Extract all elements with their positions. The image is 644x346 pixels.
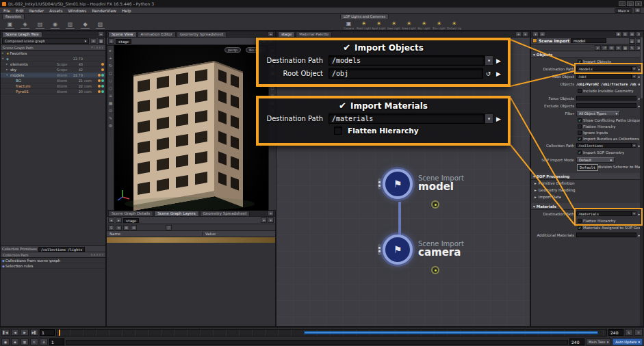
node-flags[interactable] [378, 244, 381, 255]
shelf-tool-icon[interactable]: ◈ [18, 20, 32, 30]
back-icon[interactable]: ◂ [108, 217, 114, 223]
current-frame-field[interactable]: 1 [40, 329, 55, 336]
node-flags[interactable] [378, 178, 381, 189]
checkbox[interactable] [578, 124, 582, 129]
gear-icon[interactable]: ⚙ [622, 31, 628, 37]
spreadsheet-path-field[interactable]: stage [123, 218, 139, 223]
checkbox[interactable]: ✓ [578, 226, 582, 230]
lop-path-field[interactable]: stage [116, 39, 131, 44]
desktop-add-icon[interactable]: ⊞ [634, 8, 641, 13]
reset-icon[interactable]: ↺ [483, 70, 493, 77]
chevron-down-icon[interactable]: ▾ [532, 31, 539, 37]
menu-help[interactable]: Help [122, 8, 131, 13]
tree-row-models[interactable]: ▾modelsXform22.79 [1, 72, 105, 78]
move-tool-icon[interactable]: + [109, 55, 112, 60]
keyframe-icon[interactable]: K [30, 338, 38, 345]
text-field[interactable]: /models [576, 66, 632, 71]
gear-icon[interactable]: ⚙ [608, 45, 615, 51]
play-button[interactable]: ▶ [21, 329, 29, 336]
chevron-down-icon[interactable]: ▾ [522, 31, 528, 37]
sop-import-mode-menu[interactable]: Default▾ [576, 157, 615, 163]
timeline-ruler[interactable] [56, 329, 607, 336]
target-icon[interactable]: ⊙ [109, 108, 112, 113]
maximize-button[interactable]: ▢ [627, 1, 634, 6]
tab-scene-graph-layers[interactable]: Scene Graph Layers [154, 211, 198, 216]
playbar-options-icon[interactable]: ≡ [634, 329, 643, 336]
menu-render[interactable]: Render [29, 8, 44, 13]
take-selector[interactable]: Main Take▾ [586, 338, 611, 345]
shelf-tool-area-light[interactable]: ☀Area Light [402, 20, 416, 30]
node-scene-import-model[interactable]: ⚑ Scene Import model [378, 169, 464, 199]
home-icon[interactable]: ⌂ [108, 38, 114, 44]
fold-primitive-definition[interactable]: ▸Primitive Definition [531, 180, 643, 187]
add-icon[interactable]: + [261, 217, 267, 223]
checkbox[interactable] [578, 89, 582, 93]
list-icon[interactable]: ≡ [116, 225, 122, 230]
minimize-button[interactable]: – [619, 1, 626, 6]
close-button[interactable]: ✕ [635, 1, 642, 6]
shelf-tool-distant-light[interactable]: ☀Distant Light [447, 20, 461, 30]
new-tab-icon[interactable]: + [515, 31, 521, 37]
filter-icon[interactable]: ▽ [166, 225, 172, 230]
desktop-selector[interactable]: Main ▾ [615, 8, 632, 13]
grid-icon[interactable]: ▦ [109, 101, 113, 105]
menu-windows[interactable]: Windows [68, 8, 87, 13]
tree-row-root[interactable]: ▾◈22.79 [1, 56, 105, 62]
tab-scene-graph-details[interactable]: Scene Graph Details [108, 211, 153, 216]
jump-end-button[interactable]: ▶▌ [30, 329, 38, 336]
filter-menu[interactable]: All Object Types▾ [576, 111, 620, 116]
checkbox[interactable]: ✓ [578, 118, 582, 122]
list-icon[interactable]: ≡ [539, 31, 545, 37]
section-materials[interactable]: ▾Materials [531, 203, 643, 210]
select-tool-icon[interactable]: ▸ [110, 48, 112, 53]
dropdown-arrow-icon[interactable]: ▾ [632, 211, 636, 216]
node-chooser-icon[interactable]: ▶ [493, 70, 504, 77]
viewport-3d[interactable]: persp No cam [114, 45, 268, 211]
shelf-tool-icon[interactable]: ◉ [48, 20, 62, 30]
node-chooser-icon[interactable]: ▶ [493, 57, 504, 64]
dropdown-arrow-icon[interactable]: ▾ [632, 143, 636, 148]
text-field[interactable]: /materials [576, 211, 632, 216]
checkbox[interactable]: ✓ [578, 59, 582, 64]
collection-row[interactable]: ◆Selection rules [1, 263, 105, 269]
global-range-slider[interactable] [66, 340, 568, 345]
shelf-tab-favorites[interactable]: Favorites [2, 14, 25, 19]
shelf-tool-icon[interactable]: ▣ [3, 20, 17, 30]
handles-icon[interactable]: ◇ [109, 78, 112, 83]
text-field[interactable]: /obj [576, 74, 632, 79]
rotate-tool-icon[interactable]: ↻ [109, 63, 112, 68]
pen-icon[interactable]: ✎ [629, 45, 635, 51]
objects-value[interactable]: /obj/Pyro02 /obj/fracture /obj/BG [576, 82, 636, 86]
shelf-tool-icon[interactable]: ▥ [63, 20, 77, 30]
node-scene-import-camera[interactable]: ⚑ Scene Import camera [378, 235, 464, 265]
pen-icon[interactable]: ✎ [109, 116, 112, 120]
menu-renderview[interactable]: RenderView [92, 8, 116, 13]
collection-primitives-value[interactable]: /collections /lights [38, 247, 85, 252]
tree-row-sky[interactable]: ▸skyScope42 [1, 67, 105, 72]
list-icon[interactable]: ≡ [109, 93, 112, 98]
loop-icon[interactable]: ↻ [625, 329, 633, 336]
column-value[interactable]: Value [203, 232, 216, 236]
node-display-badge[interactable] [431, 200, 439, 209]
shelf-tool-env-light[interactable]: ☀Env Light [432, 20, 446, 30]
shelf-tool-sky-light[interactable]: ☀Sky Light [417, 20, 431, 30]
tree-row-pyro01[interactable]: Pyro01Xform20com [1, 89, 105, 94]
checkbox[interactable]: ✓ [578, 137, 582, 141]
node-name-field[interactable]: model [571, 38, 606, 43]
tab-geometry-spreadsheet[interactable]: Geometry Spreadsheet [200, 211, 250, 216]
tab-scene-graph-tree[interactable]: Scene Graph Tree [2, 31, 42, 37]
tree-row-fracture[interactable]: fractureXform22com [1, 83, 105, 89]
text-field[interactable] [576, 103, 636, 108]
dropdown-arrow-icon[interactable]: ▾ [485, 55, 493, 66]
scrollbar[interactable] [640, 31, 643, 326]
shelf-tool-icon[interactable]: ▧ [93, 20, 107, 30]
update-mode-selector[interactable]: Auto Update▾ [613, 338, 643, 345]
shelf-tab-lights-cameras[interactable]: LOP Lights and Cameras [340, 14, 389, 19]
autokey-icon[interactable]: A [40, 338, 48, 345]
lock-icon[interactable]: ◒ [629, 38, 635, 44]
text-field[interactable] [576, 96, 636, 101]
shelf-tool-geo-light[interactable]: ☀Geo Light [387, 20, 401, 30]
shelf-tool-icon[interactable]: ◆ [78, 20, 92, 30]
text-field[interactable] [576, 232, 636, 237]
checkbox[interactable] [578, 219, 582, 223]
